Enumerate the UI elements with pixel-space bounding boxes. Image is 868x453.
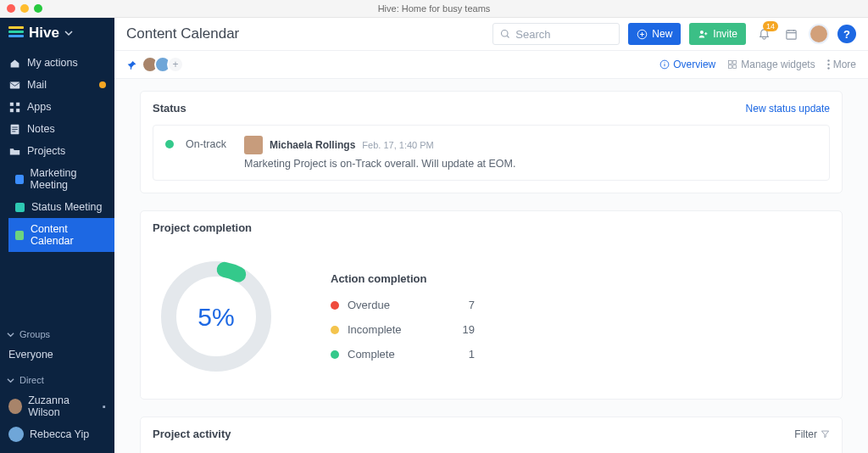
page-title: Content Calendar (126, 25, 239, 42)
apps-icon (8, 101, 20, 113)
plus-circle-icon (637, 29, 648, 40)
completion-legend: Action completion Overdue 7 Incomplete 1… (331, 272, 475, 361)
project-color-icon (15, 203, 25, 212)
invite-button[interactable]: Invite (689, 23, 746, 45)
link-label: Overview (673, 59, 715, 70)
svg-point-6 (502, 31, 509, 37)
sidebar-item-notes[interactable]: Notes (0, 118, 114, 140)
calendar-button[interactable] (782, 25, 800, 43)
direct-item[interactable]: Rebecca Yip (0, 422, 114, 446)
legend-label: Complete (348, 348, 395, 361)
brand-logo-icon (8, 26, 24, 40)
pin-icon (126, 59, 137, 70)
status-card: Status New status update On-track Michae… (140, 91, 843, 193)
chevron-down-icon (7, 377, 14, 384)
search-input[interactable]: Search (492, 23, 620, 45)
more-menu[interactable]: More (827, 59, 856, 70)
legend-value: 1 (469, 348, 475, 361)
brand[interactable]: Hive (0, 18, 114, 48)
maximize-window-icon[interactable] (34, 4, 42, 13)
main-panel: Content Calendar Search New Invite 14 ? (114, 18, 868, 453)
project-item-content-calendar[interactable]: Content Calendar (8, 218, 114, 252)
sidebar-item-label: Apps (27, 101, 52, 113)
project-list: Marketing Meeting Status Meeting Content… (0, 162, 114, 252)
search-placeholder: Search (515, 28, 550, 41)
sidebar-item-projects[interactable]: Projects (0, 140, 114, 162)
group-list: Everyone (0, 343, 114, 372)
legend-title: Action completion (331, 272, 475, 285)
sidebar-nav: My actions Mail Apps Notes Projects (0, 48, 114, 252)
svg-rect-14 (733, 65, 737, 69)
sidebar-item-mail[interactable]: Mail (0, 74, 114, 96)
person-plus-icon (698, 29, 709, 40)
new-status-link[interactable]: New status update (746, 103, 830, 115)
content-area[interactable]: Status New status update On-track Michae… (114, 79, 868, 453)
legend-dot-icon (331, 350, 339, 359)
sidebar: Hive My actions Mail Apps Notes (0, 18, 114, 453)
project-label: Status Meeting (31, 201, 102, 213)
project-item-status-meeting[interactable]: Status Meeting (8, 196, 114, 218)
section-label: Direct (19, 375, 44, 385)
svg-rect-9 (786, 30, 795, 38)
window-controls[interactable] (0, 4, 42, 13)
button-label: Invite (713, 28, 737, 40)
sidebar-item-apps[interactable]: Apps (0, 96, 114, 118)
pin-button[interactable] (126, 59, 137, 70)
project-item-marketing-meeting[interactable]: Marketing Meeting (8, 162, 114, 196)
legend-dot-icon (331, 326, 339, 334)
legend-row-complete: Complete 1 (331, 348, 475, 361)
notes-icon (8, 123, 20, 135)
link-label: Filter (794, 428, 817, 440)
link-label: Manage widgets (741, 59, 815, 70)
status-time: Feb. 17, 1:40 PM (362, 140, 433, 150)
svg-point-15 (827, 59, 829, 61)
status-icon: ▪ (103, 401, 106, 411)
filter-button[interactable]: Filter (794, 428, 830, 440)
add-member-button[interactable]: + (167, 56, 184, 73)
legend-value: 19 (463, 323, 475, 336)
project-color-icon (15, 175, 24, 184)
project-label: Marketing Meeting (31, 167, 106, 191)
project-members[interactable]: + (146, 56, 184, 73)
topbar: Content Calendar Search New Invite 14 ? (114, 18, 868, 51)
activity-card: Project activity Filter Today (140, 417, 843, 453)
legend-dot-icon (331, 301, 339, 310)
sidebar-item-my-actions[interactable]: My actions (0, 52, 114, 74)
manage-widgets-link[interactable]: Manage widgets (727, 59, 815, 70)
help-button[interactable]: ? (837, 25, 856, 43)
window-title: Hive: Home for busy teams (378, 3, 491, 14)
sidebar-section-groups[interactable]: Groups (0, 326, 114, 343)
group-item-everyone[interactable]: Everyone (0, 344, 114, 365)
brand-name: Hive (29, 25, 59, 42)
svg-rect-0 (9, 81, 19, 88)
overview-link[interactable]: Overview (659, 59, 715, 70)
notifications-button[interactable]: 14 (754, 25, 773, 43)
folder-icon (8, 145, 20, 157)
sidebar-item-label: My actions (27, 57, 78, 69)
home-icon (8, 57, 20, 69)
sidebar-section-direct[interactable]: Direct (0, 372, 114, 389)
project-color-icon (15, 231, 24, 240)
new-button[interactable]: New (628, 23, 681, 45)
filter-icon (821, 429, 830, 439)
card-title: Status (153, 102, 186, 115)
svg-rect-1 (9, 102, 13, 105)
link-label: More (833, 59, 856, 70)
person-name: Rebecca Yip (30, 428, 89, 440)
person-name: Zuzanna Wilson (28, 394, 97, 418)
svg-point-8 (700, 31, 704, 34)
avatar (8, 427, 24, 442)
card-title: Project activity (153, 428, 231, 440)
window-titlebar: Hive: Home for busy teams (0, 0, 868, 18)
completion-card: Project completion 5% Action completion … (140, 210, 843, 400)
direct-item[interactable]: Zuzanna Wilson ▪ (0, 390, 114, 422)
minimize-window-icon[interactable] (20, 4, 29, 13)
status-message: Marketing Project is on-Track overall. W… (244, 158, 817, 170)
svg-rect-13 (729, 65, 732, 69)
sidebar-item-label: Mail (27, 79, 47, 91)
unread-badge (99, 81, 106, 88)
legend-label: Overdue (348, 299, 390, 311)
close-window-icon[interactable] (7, 4, 15, 13)
card-title: Project completion (153, 221, 252, 234)
user-avatar[interactable] (809, 24, 829, 44)
